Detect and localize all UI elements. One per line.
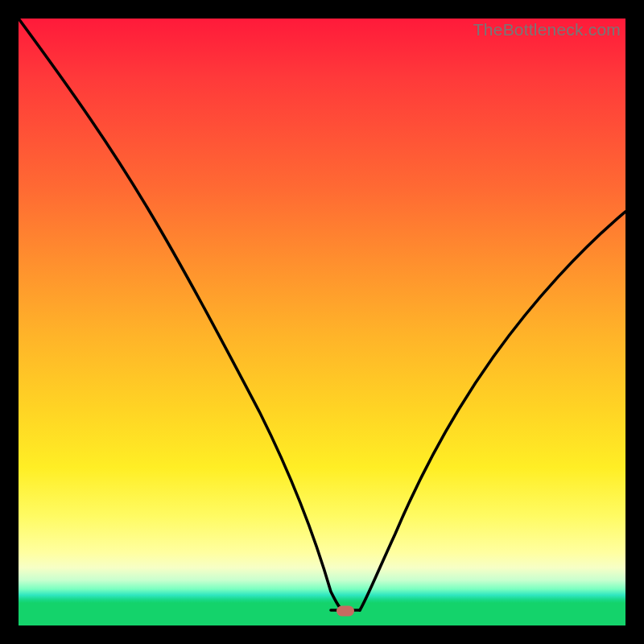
optimal-marker: [336, 606, 354, 617]
watermark-text: TheBottleneck.com: [473, 20, 621, 39]
bottleneck-curve: [19, 19, 625, 625]
chart-frame: TheBottleneck.com: [0, 0, 644, 644]
plot-area: TheBottleneck.com: [19, 19, 625, 625]
